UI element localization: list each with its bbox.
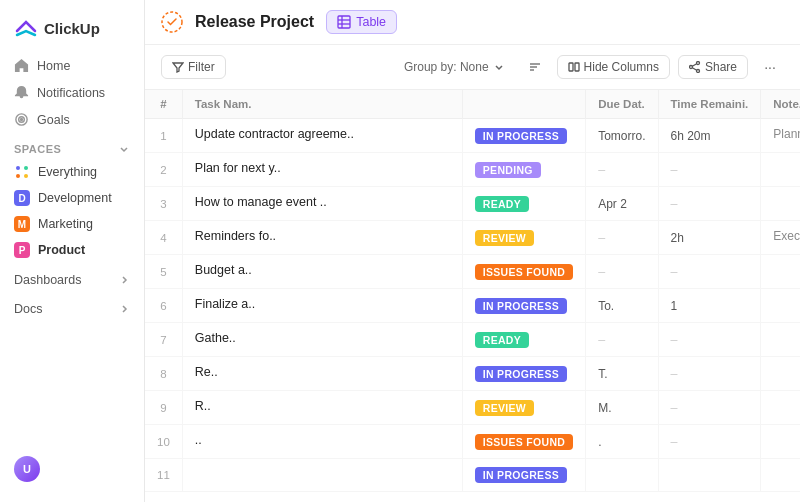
row-task [182,459,462,492]
col-num: # [145,90,182,119]
col-status [462,90,585,119]
sidebar-item-product[interactable]: P Product [0,237,144,263]
status-badge: READY [475,196,529,212]
sidebar-item-marketing[interactable]: M Marketing [0,211,144,237]
product-dot: P [14,242,30,258]
more-options-button[interactable]: ··· [756,53,784,81]
filter-button[interactable]: Filter [161,55,226,79]
svg-point-2 [21,119,23,121]
target-icon [14,112,29,127]
table-row[interactable]: 11 IN PROGRESS [145,459,800,492]
row-time: – [658,153,761,187]
svg-rect-16 [575,63,579,71]
col-due: Due Dat. [586,90,658,119]
sidebar-item-development[interactable]: D Development [0,185,144,211]
row-due: – [586,153,658,187]
table-row[interactable]: 2 Plan for next y.. PENDING – – [145,153,800,187]
spaces-section-header: Spaces [0,133,144,159]
table-view-button[interactable]: Table [326,10,397,34]
sidebar: ClickUp Home Notifications Goals Spaces … [0,0,145,502]
row-task: Budget a.. [182,255,462,289]
project-icon [161,11,183,33]
row-status: IN PROGRESS [462,357,585,391]
svg-point-3 [16,166,20,170]
sidebar-item-docs[interactable]: Docs [0,292,144,321]
table-row[interactable]: 4 Reminders fo.. REVIEW – 2h Execu. [145,221,800,255]
sidebar-item-notifications[interactable]: Notifications [0,79,144,106]
svg-line-21 [692,68,696,71]
col-notes: Note. [761,90,800,119]
sidebar-item-home-label: Home [37,59,70,73]
svg-rect-8 [338,16,350,28]
row-num: 11 [145,459,182,492]
row-time: 6h 20m [658,119,761,153]
row-time: – [658,187,761,221]
share-icon [689,61,701,73]
row-task: .. [182,425,462,459]
sidebar-item-development-label: Development [38,191,112,205]
share-button[interactable]: Share [678,55,748,79]
table-row[interactable]: 5 Budget a.. ISSUES FOUND – – [145,255,800,289]
table-row[interactable]: 7 Gathe.. READY – – [145,323,800,357]
row-num: 2 [145,153,182,187]
row-due: . [586,425,658,459]
hide-columns-button[interactable]: Hide Columns [557,55,670,79]
row-due: – [586,255,658,289]
row-notes: Plannin. [761,119,800,153]
row-status: IN PROGRESS [462,119,585,153]
table-row[interactable]: 1 Update contractor agreeme.. IN PROGRES… [145,119,800,153]
user-avatar[interactable]: U [14,456,40,482]
sidebar-item-everything[interactable]: Everything [0,159,144,185]
topbar: Release Project Table [145,0,800,45]
row-status: ISSUES FOUND [462,425,585,459]
row-time: 1 [658,289,761,323]
row-task: Finalize a.. [182,289,462,323]
row-num: 6 [145,289,182,323]
status-badge: IN PROGRESS [475,467,567,483]
sidebar-item-notifications-label: Notifications [37,86,105,100]
table-row[interactable]: 6 Finalize a.. IN PROGRESS To. 1 [145,289,800,323]
row-num: 5 [145,255,182,289]
status-badge: PENDING [475,162,541,178]
row-notes [761,391,800,425]
group-by-button[interactable]: Group by: None [396,56,513,78]
status-badge: REVIEW [475,230,534,246]
table-row[interactable]: 3 How to manage event .. READY Apr 2 – [145,187,800,221]
sidebar-item-everything-label: Everything [38,165,97,179]
row-notes [761,187,800,221]
bell-icon [14,85,29,100]
table-header-row: # Task Nam. Due Dat. Time Remaini. Note. [145,90,800,119]
row-num: 4 [145,221,182,255]
project-title: Release Project [195,13,314,31]
status-badge: READY [475,332,529,348]
row-due: Tomorro. [586,119,658,153]
table-row[interactable]: 8 Re.. IN PROGRESS T. – [145,357,800,391]
status-badge: ISSUES FOUND [475,264,573,280]
sort-icon-button[interactable] [521,53,549,81]
table-row[interactable]: 9 R.. REVIEW M. – [145,391,800,425]
row-due [586,459,658,492]
row-status: IN PROGRESS [462,459,585,492]
row-status: READY [462,323,585,357]
row-task: Plan for next y.. [182,153,462,187]
svg-line-20 [692,64,696,67]
clickup-logo-icon [14,16,38,40]
svg-point-17 [696,62,699,65]
sidebar-item-goals[interactable]: Goals [0,106,144,133]
status-badge: ISSUES FOUND [475,434,573,450]
svg-point-5 [16,174,20,178]
row-notes [761,153,800,187]
row-due: To. [586,289,658,323]
chevron-icon [118,143,130,155]
row-notes [761,459,800,492]
row-status: REVIEW [462,391,585,425]
table-row[interactable]: 10 .. ISSUES FOUND . – [145,425,800,459]
svg-rect-15 [569,63,573,71]
row-num: 8 [145,357,182,391]
row-notes [761,255,800,289]
row-num: 7 [145,323,182,357]
row-notes [761,425,800,459]
sidebar-item-home[interactable]: Home [0,52,144,79]
status-badge: IN PROGRESS [475,366,567,382]
sidebar-item-dashboards[interactable]: Dashboards [0,263,144,292]
